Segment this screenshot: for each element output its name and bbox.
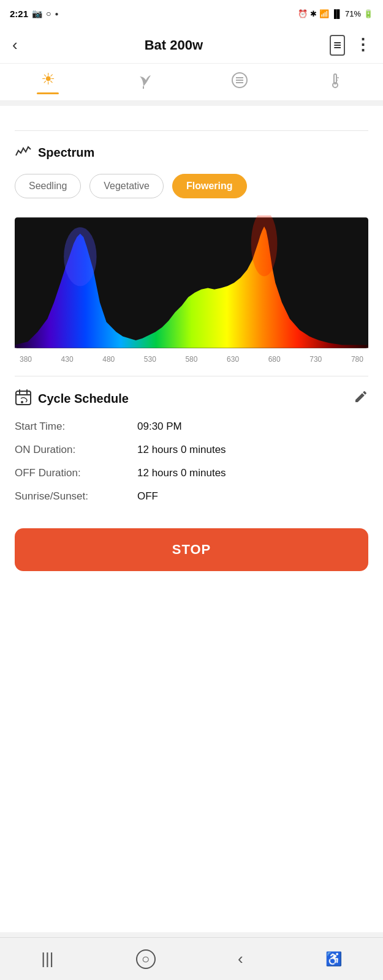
on-duration-label: ON Duration: — [15, 444, 137, 456]
sunrise-sunset-value: OFF — [137, 490, 158, 503]
thermometer-icon — [327, 72, 344, 93]
more-options-icon[interactable]: ⋮ — [355, 36, 371, 54]
start-time-value: 09:30 PM — [137, 421, 182, 433]
back-nav-button[interactable]: ‹ — [238, 949, 243, 968]
top-divider — [15, 130, 368, 131]
status-bar: 2:21 📷 ○ ● ⏰ ✱ 📶 ▐▌ 71% 🔋 — [0, 0, 383, 27]
bottom-nav: ||| ○ ‹ ♿ — [0, 937, 383, 980]
page-title: Bat 200w — [145, 37, 203, 53]
header-actions: ≡ ⋮ — [330, 35, 371, 56]
off-duration-value: 12 hours 0 minutes — [137, 467, 226, 479]
sunrise-sunset-label: Sunrise/Sunset: — [15, 490, 137, 503]
cycle-header-left: Cycle Schedule — [15, 389, 129, 408]
tab-temperature[interactable] — [287, 72, 383, 99]
status-right: ⏰ ✱ 📶 ▐▌ 71% 🔋 — [298, 9, 373, 18]
tab-light[interactable]: ☀ — [0, 70, 96, 100]
cycle-icon — [15, 389, 32, 408]
off-duration-label: OFF Duration: — [15, 467, 137, 479]
seedling-button[interactable]: Seedling — [15, 174, 81, 198]
flowering-button[interactable]: Flowering — [172, 174, 247, 198]
back-button[interactable]: ‹ — [12, 36, 18, 54]
svg-point-17 — [21, 401, 23, 403]
lines-icon — [231, 72, 248, 93]
sun-icon: ☀ — [41, 70, 55, 89]
tab-schedule[interactable] — [192, 72, 287, 99]
edit-icon[interactable] — [354, 389, 368, 408]
accessibility-button[interactable]: ♿ — [325, 951, 342, 967]
spectrum-chart: 380 430 480 530 580 630 680 730 780 — [15, 215, 368, 364]
spectrum-icon — [15, 143, 32, 162]
on-duration-row: ON Duration: 12 hours 0 minutes — [15, 444, 368, 456]
spectrum-title: Spectrum — [38, 146, 94, 160]
svg-point-11 — [64, 227, 96, 286]
header: ‹ Bat 200w ≡ ⋮ — [0, 27, 383, 64]
spectrum-section-header: Spectrum — [15, 143, 368, 162]
tab-bar: ☀ — [0, 64, 383, 101]
home-button[interactable]: ○ — [136, 949, 156, 969]
x-axis-labels: 380 430 480 530 580 630 680 730 780 — [15, 353, 368, 364]
status-time: 2:21 📷 ○ ● — [10, 9, 59, 19]
recent-apps-button[interactable]: ||| — [41, 949, 53, 968]
mid-divider — [15, 376, 368, 376]
start-time-row: Start Time: 09:30 PM — [15, 421, 368, 433]
sunrise-sunset-row: Sunrise/Sunset: OFF — [15, 490, 368, 503]
plant-icon — [135, 72, 152, 92]
vegetative-button[interactable]: Vegetative — [89, 174, 164, 198]
list-icon[interactable]: ≡ — [330, 35, 345, 56]
main-content: Spectrum Seedling Vegetative Flowering — [0, 106, 383, 932]
off-duration-row: OFF Duration: 12 hours 0 minutes — [15, 467, 368, 479]
cycle-schedule-title: Cycle Schedule — [38, 392, 129, 406]
cycle-schedule-header: Cycle Schedule — [15, 389, 368, 408]
on-duration-value: 12 hours 0 minutes — [137, 444, 226, 456]
tab-plant[interactable] — [96, 72, 191, 99]
stage-buttons: Seedling Vegetative Flowering — [15, 174, 368, 198]
stop-button[interactable]: STOP — [15, 528, 368, 571]
start-time-label: Start Time: — [15, 421, 137, 433]
